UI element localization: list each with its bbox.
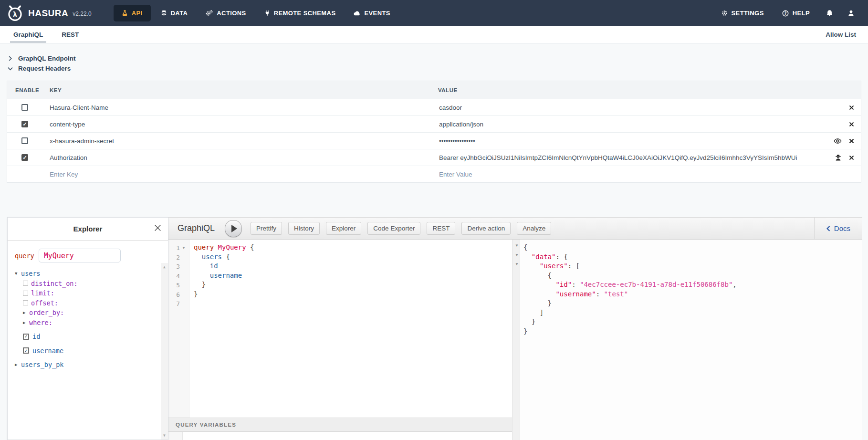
nav-item-label: SETTINGS bbox=[732, 10, 764, 17]
remove-header-button[interactable] bbox=[849, 105, 854, 110]
brand-group[interactable]: λ HASURA v2.22.0 bbox=[0, 4, 92, 22]
response-line: { bbox=[523, 272, 862, 281]
section-toggle-graphql-endpoint[interactable]: GraphQL Endpoint bbox=[8, 53, 868, 63]
header-key[interactable]: content-type bbox=[50, 121, 438, 128]
cloud-icon bbox=[354, 10, 360, 16]
scroll-down-icon[interactable]: ▼ bbox=[161, 433, 168, 438]
nav-item-label: REMOTE SCHEMAS bbox=[274, 10, 336, 17]
decode-jwt-button[interactable] bbox=[835, 154, 842, 161]
explorer-node-distinct_on[interactable]: distinct_on: bbox=[15, 279, 157, 289]
query-editor[interactable]: 1▼234567 query MyQuery { users { id user… bbox=[168, 240, 512, 418]
argument-checkbox[interactable] bbox=[23, 281, 28, 286]
bell-button[interactable] bbox=[826, 10, 833, 17]
new-header-value-input[interactable]: Enter Value bbox=[439, 171, 861, 178]
column-key: KEY bbox=[50, 87, 438, 93]
explorer-node-id[interactable]: id bbox=[15, 332, 157, 342]
explorer-scrollbar[interactable]: ▲ ▼ bbox=[161, 263, 168, 440]
scroll-up-icon[interactable]: ▲ bbox=[161, 265, 168, 269]
query-name-input[interactable] bbox=[39, 249, 121, 262]
explorer-close-icon[interactable] bbox=[154, 224, 161, 231]
reveal-secret-button[interactable] bbox=[834, 138, 842, 144]
nav-item-api[interactable]: API bbox=[114, 5, 151, 21]
analyze-button[interactable]: Analyze bbox=[517, 222, 551, 235]
tree-node-label: offset: bbox=[31, 299, 58, 307]
fold-arrow-icon[interactable]: ▼ bbox=[180, 246, 188, 250]
explorer-node-order_by[interactable]: ▶order_by: bbox=[15, 308, 157, 318]
header-key[interactable]: x-hasura-admin-secret bbox=[50, 137, 438, 145]
tab-rest[interactable]: REST bbox=[58, 26, 82, 43]
expand-arrow-icon[interactable]: ▶ bbox=[23, 310, 29, 315]
allow-list-link[interactable]: Allow List bbox=[826, 26, 868, 43]
header-value-masked[interactable]: •••••••••••••••• bbox=[439, 137, 829, 145]
collapse-arrow-icon[interactable]: ▼ bbox=[15, 271, 21, 276]
history-button[interactable]: History bbox=[288, 222, 320, 235]
nav-items: APIDATAACTIONSREMOTE SCHEMASEVENTS bbox=[113, 0, 399, 26]
header-enable-checkbox[interactable] bbox=[21, 104, 28, 111]
argument-checkbox[interactable] bbox=[23, 291, 28, 296]
tree-node-label: users_by_pk bbox=[21, 361, 63, 368]
header-key[interactable]: Hasura-Client-Name bbox=[50, 104, 438, 111]
docs-button[interactable]: Docs bbox=[814, 218, 862, 239]
explorer-node-users_by_pk[interactable]: ▶users_by_pk bbox=[15, 360, 157, 370]
code-line: } bbox=[194, 281, 512, 290]
response-line: } bbox=[523, 299, 862, 309]
expand-arrow-icon[interactable]: ▶ bbox=[15, 362, 21, 367]
header-row: x-hasura-admin-secret•••••••••••••••• bbox=[7, 132, 861, 149]
explorer-node-username[interactable]: username bbox=[15, 346, 157, 356]
rest-button[interactable]: REST bbox=[427, 222, 455, 235]
query-variables-editor[interactable] bbox=[168, 432, 512, 440]
argument-checkbox[interactable] bbox=[23, 300, 28, 305]
nav-item-help[interactable]: ?HELP bbox=[781, 5, 811, 21]
header-key[interactable]: Authorization bbox=[50, 154, 438, 161]
nav-item-events[interactable]: EVENTS bbox=[345, 5, 398, 21]
response-fold-arrow-icon[interactable]: ▼ bbox=[512, 243, 520, 253]
explorer-node-limit[interactable]: limit: bbox=[15, 288, 157, 298]
line-number: 1 bbox=[168, 244, 180, 251]
user-button[interactable] bbox=[847, 10, 855, 17]
new-header-row: Enter KeyEnter Value bbox=[7, 166, 861, 182]
header-row-actions bbox=[844, 122, 861, 127]
line-number: 3 bbox=[168, 263, 180, 270]
nav-item-label: HELP bbox=[793, 10, 810, 17]
header-value[interactable]: application/json bbox=[439, 121, 844, 128]
field-checkbox-checked[interactable] bbox=[23, 347, 29, 354]
plug-icon bbox=[264, 10, 270, 16]
query-variables-label: QUERY VARIABLES bbox=[176, 422, 236, 428]
new-header-key-input[interactable]: Enter Key bbox=[50, 171, 438, 178]
header-enable-checkbox[interactable] bbox=[21, 154, 28, 161]
tab-graphiql[interactable]: GraphiQL bbox=[10, 26, 46, 43]
nav-item-remote-schemas[interactable]: REMOTE SCHEMAS bbox=[256, 5, 344, 21]
header-enable-checkbox[interactable] bbox=[21, 121, 28, 127]
remove-header-button[interactable] bbox=[849, 122, 854, 127]
response-line: } bbox=[523, 327, 862, 337]
section-toggle-request-headers[interactable]: Request Headers bbox=[8, 63, 868, 73]
remove-header-button[interactable] bbox=[849, 138, 854, 144]
explorer-node-offset[interactable]: offset: bbox=[15, 298, 157, 308]
explorer-panel: Explorer query ▼usersdistinct_on:limit:o… bbox=[7, 217, 168, 440]
nav-item-actions[interactable]: ACTIONS bbox=[198, 5, 254, 21]
derive-action-button[interactable]: Derive action bbox=[461, 222, 511, 235]
nav-item-data[interactable]: DATA bbox=[153, 5, 196, 21]
response-fold-arrow-icon[interactable]: ▼ bbox=[512, 253, 520, 262]
header-value[interactable]: Bearer eyJhbGciOiJSUzI1NiIsImtpZCI6ImNlc… bbox=[439, 154, 830, 161]
nav-item-settings[interactable]: SETTINGS bbox=[721, 5, 765, 21]
code-exporter-button[interactable]: Code Exporter bbox=[367, 222, 420, 235]
query-code[interactable]: query MyQuery { users { id username }} bbox=[189, 240, 512, 418]
chevron-right-icon bbox=[8, 56, 13, 61]
prettify-button[interactable]: Prettify bbox=[251, 222, 282, 235]
remove-header-button[interactable] bbox=[849, 155, 854, 160]
code-line: id bbox=[194, 262, 512, 272]
query-variables-bar[interactable]: QUERY VARIABLES bbox=[168, 418, 512, 432]
response-line: "data": { bbox=[523, 253, 862, 262]
response-fold-arrow-icon[interactable]: ▼ bbox=[512, 262, 520, 272]
expand-arrow-icon[interactable]: ▶ bbox=[23, 320, 29, 325]
header-value[interactable]: casdoor bbox=[439, 104, 844, 111]
explorer-button[interactable]: Explorer bbox=[326, 222, 361, 235]
header-enable-checkbox[interactable] bbox=[21, 137, 28, 144]
docs-label: Docs bbox=[834, 224, 850, 232]
column-enable: ENABLE bbox=[7, 87, 50, 93]
explorer-node-where[interactable]: ▶where: bbox=[15, 318, 157, 328]
execute-query-button[interactable] bbox=[225, 220, 242, 237]
explorer-node-users[interactable]: ▼users bbox=[15, 269, 157, 279]
field-checkbox-checked[interactable] bbox=[23, 334, 29, 340]
